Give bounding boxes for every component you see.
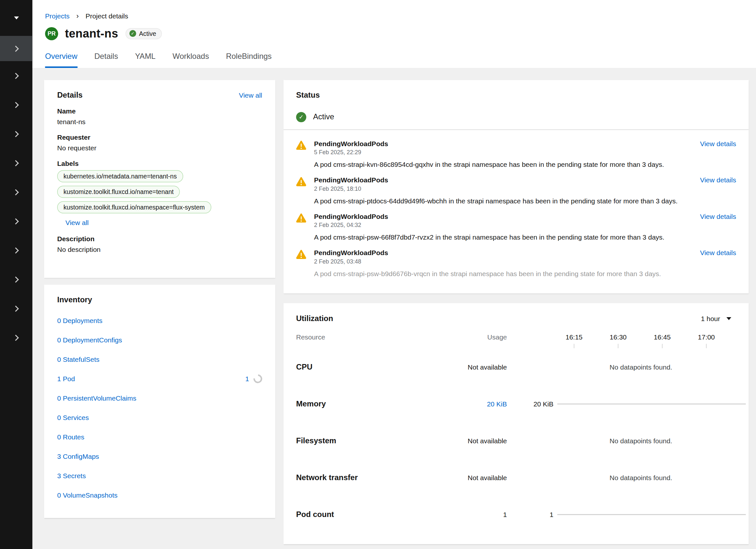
breadcrumb-link-projects[interactable]: Projects: [45, 12, 70, 20]
alert-timestamp: 2 Feb 2025, 03:48: [314, 258, 388, 265]
inventory-link-volumesnapshots[interactable]: 0 VolumeSnapshots: [57, 491, 118, 499]
chevron-right-icon: [12, 45, 18, 51]
alert-timestamp: 5 Feb 2025, 22:29: [314, 149, 388, 156]
no-datapoints-message: No datapoints found.: [536, 474, 746, 482]
alert-title: PendingWorkloadPods: [314, 249, 388, 257]
project-status-label: Active: [313, 112, 334, 121]
alert-timestamp: 2 Feb 2025, 04:32: [314, 222, 388, 228]
inventory-row: 3 ConfigMaps: [57, 447, 262, 466]
time-tick-label: 16:30: [596, 333, 640, 341]
resource-name: Pod count: [296, 510, 466, 519]
alert-title: PendingWorkloadPods: [314, 212, 388, 220]
tab-overview[interactable]: Overview: [45, 52, 78, 68]
check-circle-icon: ✓: [296, 112, 307, 122]
description-label: Description: [57, 235, 262, 242]
alert-message: A pod cms-strapi-kvn-86c8954cd-gqxhv in …: [314, 161, 736, 168]
tab-rolebindings[interactable]: RoleBindings: [226, 52, 271, 68]
resource-name: Memory: [296, 400, 466, 408]
inventory-link-deploymentconfigs[interactable]: 0 DeploymentConfigs: [57, 336, 122, 344]
usage-value: Not available: [466, 474, 507, 482]
no-datapoints-message: No datapoints found.: [536, 437, 746, 445]
inventory-link-statefulsets[interactable]: 0 StatefulSets: [57, 356, 100, 364]
time-axis-ticks: [296, 343, 746, 349]
inventory-card: Inventory 0 Deployments 0 DeploymentConf…: [44, 285, 276, 518]
sparkline-line: [557, 404, 746, 405]
sidebar-nav-item[interactable]: [0, 61, 33, 90]
project-status: ✓ Active: [296, 111, 736, 123]
view-details-link[interactable]: View details: [700, 249, 736, 257]
memory-sparkline: 20 KiB: [507, 400, 746, 408]
tab-bar: Overview Details YAML Workloads RoleBind…: [45, 52, 744, 68]
sidebar-nav-item-current[interactable]: [0, 36, 33, 61]
inventory-row: 0 Deployments: [57, 311, 262, 331]
tab-yaml[interactable]: YAML: [135, 52, 156, 68]
breadcrumb-current: Project details: [86, 12, 128, 20]
label-pill[interactable]: kustomize.toolkit.fluxcd.io/name=tenant: [57, 186, 180, 198]
details-card-title: Details: [57, 91, 83, 100]
sidebar-nav-item[interactable]: [0, 265, 33, 294]
inventory-link-configmaps[interactable]: 3 ConfigMaps: [57, 453, 99, 460]
check-circle-icon: ✓: [129, 30, 136, 37]
sidebar-nav-item[interactable]: [0, 206, 33, 236]
sidebar-nav-item[interactable]: [0, 323, 33, 352]
sidebar-expander[interactable]: [0, 0, 33, 36]
label-pill[interactable]: kubernetes.io/metadata.name=tenant-ns: [57, 170, 183, 183]
app-viewport: Projects › Project details PR tenant-ns …: [0, 0, 756, 549]
inventory-list: 0 Deployments 0 DeploymentConfigs 0 Stat…: [57, 311, 262, 505]
inventory-row: 3 Secrets: [57, 466, 262, 486]
inventory-link-routes[interactable]: 0 Routes: [57, 433, 84, 441]
inventory-link-secrets[interactable]: 3 Secrets: [57, 472, 86, 480]
details-fields: Name tenant-ns Requester No requester La…: [57, 107, 262, 253]
inventory-row: 0 PersistentVolumeClaims: [57, 389, 262, 408]
breadcrumb-separator-icon: ›: [76, 12, 79, 20]
chevron-right-icon: [12, 101, 18, 108]
tick-mark: [552, 344, 596, 348]
utilization-row-podcount: Pod count 1 1: [296, 496, 746, 533]
sidebar: [0, 0, 33, 549]
inventory-link-services[interactable]: 0 Services: [57, 414, 89, 422]
alert-timestamp: 2 Feb 2025, 18:10: [314, 185, 388, 192]
alert-item: PendingWorkloadPods 2 Feb 2025, 03:48 Vi…: [296, 249, 736, 278]
labels-view-all-link[interactable]: View all: [66, 219, 89, 227]
sidebar-nav-item[interactable]: [0, 294, 33, 323]
tab-details[interactable]: Details: [94, 52, 118, 68]
memory-usage-link[interactable]: 20 KiB: [466, 400, 507, 408]
pod-ring-count[interactable]: 1: [245, 375, 249, 383]
tab-workloads[interactable]: Workloads: [173, 52, 209, 68]
sidebar-nav-item[interactable]: [0, 119, 33, 148]
utilization-card: Utilization 1 hour Resource Usage 16:15 …: [284, 303, 749, 544]
view-details-link[interactable]: View details: [700, 212, 736, 220]
sidebar-nav-item[interactable]: [0, 236, 33, 265]
right-column: Status ✓ Active: [284, 80, 749, 544]
sidebar-nav-item[interactable]: [0, 177, 33, 206]
alert-title: PendingWorkloadPods: [314, 176, 388, 184]
utilization-row-memory: Memory 20 KiB 20 KiB: [296, 386, 746, 423]
resource-name: CPU: [296, 363, 466, 372]
details-card: Details View all Name tenant-ns Requeste…: [44, 80, 276, 278]
view-details-link[interactable]: View details: [700, 176, 736, 184]
inventory-card-title: Inventory: [57, 296, 262, 304]
duration-select[interactable]: 1 hour: [701, 315, 731, 323]
alert-item: PendingWorkloadPods 2 Feb 2025, 04:32 Vi…: [296, 212, 736, 241]
sidebar-nav-item[interactable]: [0, 90, 33, 119]
alert-item: PendingWorkloadPods 2 Feb 2025, 18:10 Vi…: [296, 176, 736, 205]
inventory-link-pvcs[interactable]: 0 PersistentVolumeClaims: [57, 395, 136, 402]
page-header: Projects › Project details PR tenant-ns …: [33, 0, 756, 68]
chevron-right-icon: [12, 247, 18, 253]
pod-status-ring-icon: [252, 373, 264, 385]
inventory-link-deployments[interactable]: 0 Deployments: [57, 317, 102, 325]
breadcrumb: Projects › Project details: [45, 12, 744, 20]
inventory-link-pods[interactable]: 1 Pod: [57, 375, 75, 383]
requester-label: Requester: [57, 133, 262, 141]
label-pill[interactable]: kustomize.toolkit.fluxcd.io/namespace=fl…: [57, 201, 211, 214]
labels-group: kubernetes.io/metadata.name=tenant-ns ku…: [57, 170, 262, 217]
warning-icon: [296, 176, 307, 205]
podcount-sparkline: 1: [507, 511, 746, 519]
main-area: Projects › Project details PR tenant-ns …: [33, 0, 756, 549]
utilization-row-cpu: CPU Not available No datapoints found.: [296, 349, 746, 386]
sidebar-nav-item[interactable]: [0, 148, 33, 177]
resource-name: Network transfer: [296, 473, 466, 482]
details-view-all-link[interactable]: View all: [239, 91, 262, 99]
view-details-link[interactable]: View details: [700, 140, 736, 147]
inventory-row: 0 StatefulSets: [57, 350, 262, 369]
